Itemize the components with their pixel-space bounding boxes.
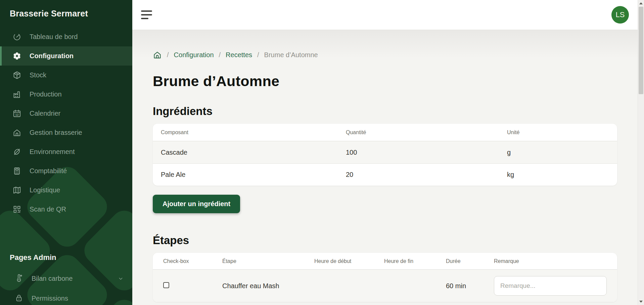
column-header-heure-fin: Heure de fin [384, 258, 446, 264]
gauge-icon [12, 32, 21, 41]
sidebar: Brasserie Sermaret Tableau de bord [0, 0, 132, 305]
sidebar-item-label: Calendrier [30, 110, 60, 117]
step-checkbox[interactable] [163, 282, 169, 288]
scroll-up-arrow[interactable] [638, 1, 644, 6]
sidebar-item-environnement[interactable]: Environnement [0, 142, 132, 161]
sidebar-item-configuration[interactable]: Configuration [0, 46, 132, 66]
leaf-icon [12, 147, 21, 156]
column-header-remarque: Remarque [494, 258, 617, 264]
cell-composant: Cascade [153, 149, 338, 156]
steps-section-title: Étapes [153, 234, 644, 247]
sidebar-item-label: Gestion brasserie [30, 129, 82, 137]
table-row: Chauffer eau Mash 60 min [153, 270, 617, 302]
scrollbar-thumb[interactable] [639, 7, 643, 94]
gear-icon [12, 51, 21, 61]
calculator-icon [12, 166, 21, 176]
thermometer-icon [14, 273, 24, 284]
sidebar-item-label: Tableau de bord [30, 33, 78, 41]
cell-remarque [494, 276, 617, 296]
brand-title: Brasserie Sermaret [0, 0, 132, 18]
table-row[interactable]: Cascade 100 g [153, 141, 617, 163]
remark-input[interactable] [494, 276, 607, 296]
chevron-down-icon[interactable] [118, 276, 124, 281]
lock-icon [14, 293, 24, 304]
cell-duree: 60 min [446, 282, 494, 290]
sidebar-item-stock[interactable]: Stock [0, 66, 132, 85]
cell-quantite: 100 [338, 149, 499, 156]
qr-icon [12, 205, 21, 214]
steps-table: Check-box Étape Heure de début Heure de … [153, 253, 617, 302]
scrollbar [638, 0, 644, 305]
column-header-composant: Composant [153, 129, 338, 136]
sidebar-item-label: Comptabilité [30, 167, 67, 175]
sidebar-item-label: Scan de QR [30, 205, 66, 213]
breadcrumb-separator: / [219, 51, 221, 59]
steps-table-header: Check-box Étape Heure de début Heure de … [153, 253, 617, 270]
avatar[interactable]: LS [611, 6, 629, 24]
sidebar-item-tableau-de-bord[interactable]: Tableau de bord [0, 27, 132, 46]
sidebar-item-label: Configuration [30, 52, 74, 60]
breadcrumb-link-configuration[interactable]: Configuration [174, 51, 214, 59]
sidebar-item-gestion-brasserie[interactable]: Gestion brasserie [0, 123, 132, 142]
breadcrumb-separator: / [257, 51, 259, 59]
breadcrumb-current: Brume d’Automne [264, 51, 318, 59]
cell-checkbox [163, 282, 222, 290]
breadcrumb: / Configuration / Recettes / Brume d’Aut… [153, 50, 644, 60]
column-header-quantite: Quantité [338, 129, 499, 136]
column-header-checkbox: Check-box [163, 258, 222, 264]
column-header-etape: Étape [222, 258, 314, 264]
sidebar-nav: Tableau de bord [0, 27, 132, 219]
column-header-unite: Unité [499, 129, 617, 136]
map-icon [12, 186, 21, 195]
cell-quantite: 20 [338, 171, 499, 179]
sidebar-item-production[interactable]: Production [0, 85, 132, 104]
sidebar-item-label: Production [30, 90, 62, 98]
sidebar-item-logistique[interactable]: Logistique [0, 181, 132, 200]
breadcrumb-separator: / [167, 51, 169, 59]
column-header-duree: Durée [446, 258, 494, 264]
svg-text:12: 12 [15, 113, 19, 116]
column-header-heure-debut: Heure de début [314, 258, 384, 264]
main-area: LS / Configuration / Recettes / Brume d’… [132, 0, 644, 305]
sidebar-item-bilan-carbone[interactable]: Bilan carbone [0, 269, 132, 289]
cell-unite: g [499, 149, 617, 156]
topbar: LS [132, 0, 644, 30]
cell-composant: Pale Ale [153, 171, 338, 179]
sidebar-item-label: Bilan carbone [32, 275, 73, 282]
breadcrumb-link-recettes[interactable]: Recettes [226, 51, 252, 59]
admin-section-label: Pages Admin [10, 253, 132, 262]
sidebar-item-permissions[interactable]: Permissions [0, 289, 132, 305]
add-ingredient-button[interactable]: Ajouter un ingrédient [153, 195, 240, 213]
cell-unite: kg [499, 171, 617, 179]
calendar-icon: 12 [12, 109, 21, 118]
table-row[interactable]: Pale Ale 20 kg [153, 163, 617, 186]
sidebar-item-label: Permissions [32, 295, 68, 302]
ingredients-section-title: Ingrédients [153, 105, 644, 118]
sidebar-item-calendrier[interactable]: 12 Calendrier [0, 104, 132, 123]
factory-icon [12, 90, 21, 99]
sidebar-item-scan-de-qr[interactable]: Scan de QR [0, 200, 132, 219]
app-window: Brasserie Sermaret Tableau de bord [0, 0, 644, 305]
cell-etape: Chauffer eau Mash [222, 282, 314, 290]
home-icon [12, 128, 21, 137]
box-icon [12, 71, 21, 80]
scroll-down-arrow[interactable] [638, 299, 644, 304]
sidebar-item-comptabilite[interactable]: Comptabilité [0, 161, 132, 181]
home-icon[interactable] [153, 50, 162, 60]
sidebar-item-label: Environnement [30, 148, 75, 156]
sidebar-item-label: Logistique [30, 186, 60, 194]
ingredients-table: Composant Quantité Unité Cascade 100 g P… [153, 124, 617, 186]
page-content: / Configuration / Recettes / Brume d’Aut… [132, 30, 644, 305]
ingredients-table-header: Composant Quantité Unité [153, 124, 617, 141]
hamburger-menu-icon[interactable] [141, 10, 152, 19]
sidebar-item-label: Stock [30, 71, 46, 79]
page-title: Brume d’Automne [153, 73, 644, 89]
